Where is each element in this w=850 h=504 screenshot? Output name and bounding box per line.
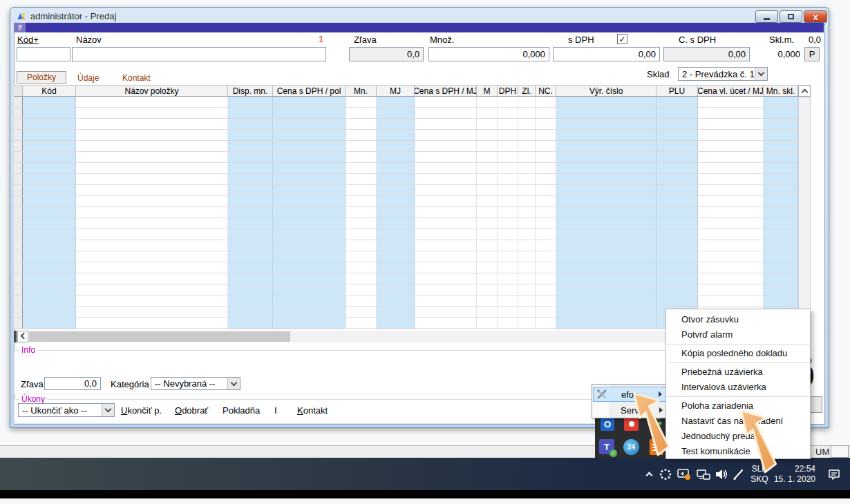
c-s-dph-label: C. s DPH: [679, 35, 716, 45]
submenu-item-kopia-dokladu[interactable]: Kópia posledného dokladu: [666, 346, 810, 361]
table-column-mj: [377, 97, 415, 329]
column-header-mj[interactable]: MJ: [377, 85, 415, 97]
table-column-plu: [657, 97, 698, 329]
label-rest: dobrať: [182, 405, 208, 416]
tab-polozky[interactable]: Položky: [17, 71, 66, 84]
mnozstvo-field[interactable]: 0,000: [428, 47, 549, 61]
menu-separator: [667, 344, 809, 345]
ukoncit-ako-dropdown[interactable]: -- Ukončiť ako --: [18, 403, 115, 417]
kategoria-value: -- Nevybraná --: [155, 378, 215, 389]
column-header-cena-mj[interactable]: Cena s DPH / MJ: [415, 85, 477, 97]
window-title: administrátor - Predaj: [30, 11, 116, 21]
table-column-kod: [23, 97, 76, 329]
kontakt-button[interactable]: Kontakt: [297, 405, 328, 416]
submenu-item-otvor-zasuvku[interactable]: Otvor zásuvku: [666, 312, 810, 327]
kod-label: Kód+: [17, 35, 39, 45]
restore-button[interactable]: [780, 10, 802, 23]
nazov-input[interactable]: [72, 47, 326, 61]
show-hidden-icons-button[interactable]: [641, 458, 657, 490]
column-header-cena-pol[interactable]: Cena s DPH / pol: [273, 85, 346, 97]
restore-icon: [788, 14, 794, 19]
tab-kontakt[interactable]: Kontakt: [122, 73, 151, 83]
skl-m-label: Skl.m.: [769, 35, 794, 45]
submenu-item-intervalova-uzavierka[interactable]: Intervalová uzávierka: [666, 380, 810, 395]
volume-tray-icon[interactable]: [712, 458, 731, 490]
splitter-handle[interactable]: [14, 331, 17, 342]
column-header-mn[interactable]: Mn.: [346, 85, 377, 97]
kategoria-dropdown[interactable]: -- Nevybraná --: [151, 377, 240, 390]
notification-glyph: [828, 468, 841, 481]
vertical-scrollbar[interactable]: [798, 97, 811, 316]
sklad-value: 2 - Prevádzka č. 1: [682, 69, 755, 79]
row-selector-column: [14, 97, 23, 329]
ukoncit-p-button[interactable]: Ukončiť p.: [121, 405, 162, 416]
desktop: administrátor - Predaj x ? Kód+ Názov 1 …: [0, 0, 850, 504]
kod-input[interactable]: [17, 47, 70, 61]
column-header-disp-mn[interactable]: Disp. mn.: [228, 85, 273, 97]
column-header-m[interactable]: M: [477, 85, 498, 97]
submenu-item-potvrd-alarm[interactable]: Potvrď alarm: [666, 327, 810, 342]
minimize-button[interactable]: [755, 10, 778, 23]
zlava-bottom-field[interactable]: 0,0: [44, 377, 101, 390]
i-button[interactable]: I: [274, 405, 277, 416]
column-header-plu[interactable]: PLU: [657, 85, 698, 97]
column-header-nazov[interactable]: Názov položky: [76, 85, 228, 97]
network-tray-icon[interactable]: [694, 458, 713, 490]
column-header-kod[interactable]: Kód: [23, 85, 76, 97]
network-glyph: [696, 467, 711, 481]
column-header-mn-skl[interactable]: Mn. skl.: [764, 85, 798, 97]
nazov-label: Názov: [76, 35, 102, 45]
screen-bottom-strip: [0, 490, 850, 498]
table-column-vyr-cislo: [556, 97, 657, 329]
accel-letter: U: [121, 405, 127, 416]
title-bar: administrátor - Predaj: [10, 8, 829, 24]
s-dph-field[interactable]: 0,00: [553, 47, 660, 61]
odobrat-button[interactable]: Odobrať: [175, 405, 208, 416]
close-button[interactable]: x: [804, 10, 827, 23]
column-header-nc[interactable]: NC.: [536, 85, 556, 97]
accel-letter: O: [175, 405, 182, 416]
tab-udaje[interactable]: Údaje: [77, 73, 99, 83]
help-button[interactable]: ?: [14, 23, 26, 32]
horizontal-scrollbar-thumb[interactable]: [29, 331, 290, 342]
chevron-down-icon: [758, 70, 765, 77]
scroll-up-button[interactable]: [798, 85, 811, 97]
ukoncit-ako-dropdown-button[interactable]: [102, 404, 114, 416]
column-header-cena-vl[interactable]: Cena vl. úcet / MJ: [698, 85, 764, 97]
c-s-dph-field: 0,00: [663, 47, 750, 61]
table-column-nazov: [76, 97, 228, 329]
action-center-button[interactable]: [824, 458, 844, 490]
table-column-m: [477, 97, 498, 329]
scroll-left-button[interactable]: [17, 331, 28, 342]
zlava-top-field: 0,0: [349, 47, 424, 61]
tools-icon: [596, 389, 607, 400]
sklad-dropdown[interactable]: 2 - Prevádzka č. 1: [678, 67, 768, 81]
table-column-zl: [518, 97, 536, 329]
column-header-vyr-cislo[interactable]: Výr. číslo: [556, 85, 657, 97]
mnozstvo-label: Množ.: [430, 35, 454, 45]
menu-separator: [667, 362, 809, 363]
pokladna-button[interactable]: Pokladňa: [223, 405, 260, 416]
accel-letter: K: [297, 405, 303, 416]
s-dph-checkbox[interactable]: ✓: [617, 34, 627, 44]
teams-icon[interactable]: T ✓: [599, 439, 614, 454]
ukony-title: Úkony: [19, 394, 47, 404]
s-dph-label: s DPH: [568, 35, 594, 45]
close-icon: x: [813, 12, 818, 22]
table-column-nc: [536, 97, 556, 329]
column-header-zl[interactable]: Zl.: [518, 85, 536, 97]
sklad-dropdown-button[interactable]: [755, 68, 767, 80]
table-column-mn-skl: [764, 97, 798, 329]
column-header-dph[interactable]: DPH: [498, 85, 518, 97]
background-field-fragment: [831, 445, 849, 458]
kategoria-dropdown-button[interactable]: [227, 378, 240, 389]
outlook-icon[interactable]: O: [601, 417, 614, 431]
skl-m-top-value: 0,0: [800, 35, 821, 45]
dotted-circle-tray-icon[interactable]: [657, 458, 674, 490]
p-button[interactable]: P: [804, 47, 820, 61]
screen-notification-tray-icon[interactable]: [674, 458, 694, 490]
teams-letter: T: [604, 442, 610, 452]
submenu-item-priebezna-uzavierka[interactable]: Priebežná uzávierka: [666, 365, 810, 380]
teams-status-badge: ✓: [610, 449, 617, 457]
chevron-up-icon: [801, 89, 808, 96]
